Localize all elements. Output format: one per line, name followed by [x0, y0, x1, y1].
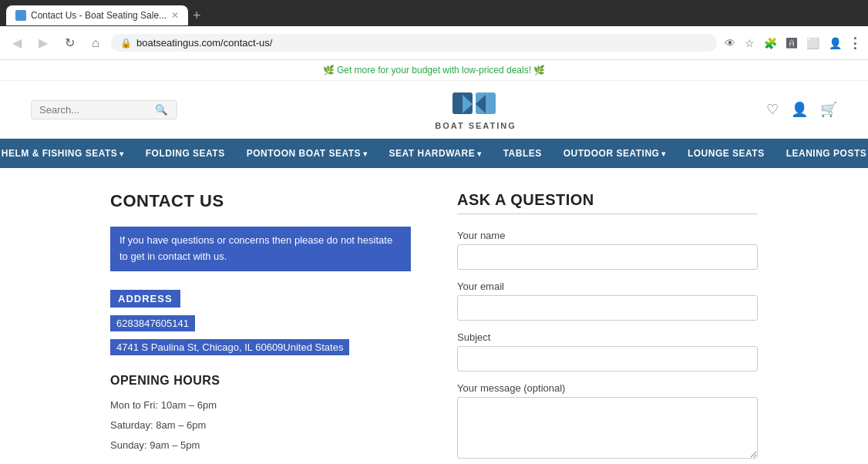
site-logo[interactable]: BOAT SEATING [435, 89, 516, 130]
chevron-down-icon: ▾ [363, 150, 368, 158]
message-group: Your message (optional) [457, 382, 758, 461]
nav-leaning-posts[interactable]: LEANING POSTS [775, 139, 868, 168]
screenshot-icon[interactable]: ⬜ [803, 34, 823, 52]
contact-info-section: CONTACT US If you have questions or conc… [110, 191, 411, 464]
contact-form-section: ASK A QUESTION Your name Your email Subj… [457, 191, 758, 464]
tab-title: Contact Us - Boat Seating Sale... [31, 10, 167, 21]
logo-text: BOAT SEATING [435, 121, 516, 130]
profile-icon[interactable]: 👤 [826, 34, 845, 52]
nav-helm-fishing[interactable]: HELM & FISHING SEATS ▾ [0, 139, 135, 168]
back-button[interactable]: ◀ [6, 32, 28, 54]
nav-label: PONTOON BOAT SEATS [247, 148, 361, 159]
name-group: Your name [457, 230, 758, 270]
address-bar[interactable]: 🔒 boatseatingus.com/contact-us/ [111, 34, 717, 52]
nav-outdoor-seating[interactable]: OUTDOOR SEATING ▾ [553, 139, 677, 168]
tab-favicon [15, 10, 26, 21]
contact-intro: If you have questions or concerns then p… [110, 227, 411, 271]
cart-icon[interactable]: 🛒 [820, 101, 837, 118]
nav-folding-seats[interactable]: FOLDING SEATS [135, 139, 236, 168]
active-tab[interactable]: Contact Us - Boat Seating Sale... ✕ [6, 5, 188, 25]
nav-label: LEANING POSTS [786, 148, 867, 159]
hours-list: Mon to Fri: 10am – 6pm Saturday: 8am – 6… [110, 395, 411, 456]
search-button[interactable]: 🔍 [155, 104, 168, 116]
phone-number[interactable]: 6283847605141 [110, 315, 195, 331]
url-text: boatseatingus.com/contact-us/ [136, 37, 272, 49]
browser-menu-button[interactable]: ⋮ [848, 35, 862, 52]
hours-section: OPENING HOURS Mon to Fri: 10am – 6pm Sat… [110, 374, 411, 456]
hours-weekday: Mon to Fri: 10am – 6pm [110, 395, 411, 415]
name-label: Your name [457, 230, 758, 241]
search-input[interactable] [39, 104, 155, 116]
nav-tables[interactable]: TABLES [493, 139, 553, 168]
nav-label: SEAT HARDWARE [389, 148, 476, 159]
nav-pontoon-seats[interactable]: PONTOON BOAT SEATS ▾ [236, 139, 378, 168]
forward-button[interactable]: ▶ [32, 32, 54, 54]
home-button[interactable]: ⌂ [85, 32, 106, 54]
name-input[interactable] [457, 244, 758, 270]
subject-input[interactable] [457, 346, 758, 372]
nav-label: FOLDING SEATS [146, 148, 225, 159]
promo-text: 🌿 Get more for your budget with low-pric… [323, 65, 546, 76]
address-label: ADDRESS [110, 290, 180, 308]
wishlist-icon[interactable]: ♡ [766, 101, 779, 118]
lock-icon: 🔒 [120, 38, 132, 49]
address-text: 4741 S Paulina St, Chicago, IL 60609Unit… [110, 339, 349, 355]
nav-lounge-seats[interactable]: LOUNGE SEATS [677, 139, 775, 168]
subject-group: Subject [457, 331, 758, 372]
nav-label: HELM & FISHING SEATS [2, 148, 117, 159]
refresh-button[interactable]: ↻ [59, 32, 80, 54]
nav-label: LOUNGE SEATS [688, 148, 765, 159]
hours-title: OPENING HOURS [110, 374, 411, 388]
tab-close-button[interactable]: ✕ [171, 10, 179, 21]
chevron-down-icon: ▾ [661, 150, 666, 158]
account-icon[interactable]: 👤 [791, 101, 808, 118]
eye-off-icon[interactable]: 👁 [722, 34, 738, 52]
promo-banner: 🌿 Get more for your budget with low-pric… [0, 60, 868, 81]
page-content: CONTACT US If you have questions or conc… [49, 168, 819, 464]
nav-seat-hardware[interactable]: SEAT HARDWARE ▾ [378, 139, 493, 168]
email-group: Your email [457, 281, 758, 321]
email-input[interactable] [457, 295, 758, 321]
new-tab-button[interactable]: + [193, 8, 201, 24]
nav-label: TABLES [503, 148, 542, 159]
main-navigation: HELM & FISHING SEATS ▾ FOLDING SEATS PON… [0, 139, 868, 168]
message-label: Your message (optional) [457, 382, 758, 394]
nav-label: OUTDOOR SEATING [564, 148, 660, 159]
site-header: 🔍 BOAT SEATING ♡ 👤 🛒 [0, 81, 868, 139]
subject-label: Subject [457, 331, 758, 343]
translate-icon[interactable]: 🅰 [783, 34, 800, 52]
hours-sunday: Sunday: 9am – 5pm [110, 435, 411, 456]
chevron-down-icon: ▾ [119, 150, 124, 158]
form-title: ASK A QUESTION [457, 191, 758, 209]
bookmark-icon[interactable]: ☆ [742, 34, 758, 52]
header-icons: ♡ 👤 🛒 [766, 101, 837, 118]
extensions-icon[interactable]: 🧩 [761, 34, 780, 52]
chevron-down-icon: ▾ [477, 150, 482, 158]
search-bar[interactable]: 🔍 [31, 100, 177, 119]
header-search-area: 🔍 [31, 100, 185, 119]
logo-svg [453, 89, 499, 119]
hours-saturday: Saturday: 8am – 6pm [110, 415, 411, 435]
form-divider [457, 214, 758, 214]
message-input[interactable] [457, 397, 758, 459]
email-label: Your email [457, 281, 758, 292]
contact-title: CONTACT US [110, 191, 411, 211]
